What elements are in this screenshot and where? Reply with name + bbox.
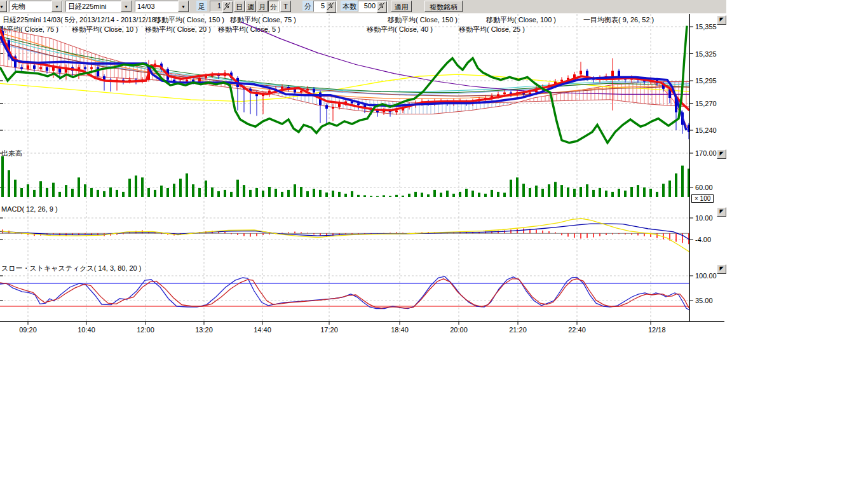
multi-symbol-button[interactable]: 複数銘柄: [424, 1, 463, 12]
volume-multiplier-badge: × 100: [691, 194, 714, 203]
dropdown-arrow-icon[interactable]: ▼: [51, 1, 62, 12]
stoch-panel-grip-icon[interactable]: ◤: [717, 264, 726, 274]
trading-chart-app: ▼ 先物▼ 日経225mini▼ 14/03▼ 足 1 日 週 月 分 T 分 …: [0, 0, 868, 488]
svg-text:12/18: 12/18: [648, 326, 666, 334]
svg-text:20:00: 20:00: [450, 326, 468, 334]
dropdown-arrow-icon[interactable]: ▼: [0, 1, 7, 12]
tick-button[interactable]: T: [280, 1, 291, 12]
svg-text:13:20: 13:20: [195, 326, 213, 334]
minute-interval-spinner[interactable]: 5: [313, 1, 337, 12]
bar-count-label: 本数: [341, 1, 358, 11]
bar-count-spinner[interactable]: 500: [358, 1, 388, 12]
svg-text:18:40: 18:40: [391, 326, 409, 334]
svg-text:15,270: 15,270: [695, 100, 717, 107]
volume-panel-grip-icon[interactable]: ◤: [717, 149, 726, 159]
svg-text:09:20: 09:20: [19, 326, 37, 334]
svg-text:10.00: 10.00: [695, 214, 713, 222]
bar-type-label: 足: [196, 1, 207, 11]
daily-button[interactable]: 日: [234, 1, 245, 12]
svg-text:22:40: 22:40: [568, 326, 586, 334]
svg-text:100.00: 100.00: [695, 272, 717, 280]
bar-interval-spinner[interactable]: 1: [210, 1, 233, 12]
svg-text:60.00: 60.00: [695, 184, 713, 191]
svg-text:21:20: 21:20: [509, 326, 527, 334]
contract-month-combo[interactable]: 14/03▼: [135, 1, 189, 12]
minute-button[interactable]: 分: [268, 1, 279, 12]
svg-text:-4.00: -4.00: [695, 236, 711, 243]
symbol-combo[interactable]: 日経225mini▼: [65, 1, 132, 12]
svg-text:15,240: 15,240: [695, 126, 717, 134]
dropdown-arrow-icon[interactable]: ▼: [178, 1, 189, 12]
spinner-updown-icon[interactable]: [326, 1, 336, 13]
svg-text:10:40: 10:40: [78, 326, 95, 334]
chart-canvas[interactable]: 09:2010:4012:0013:2014:4017:2018:4020:00…: [0, 0, 731, 340]
symbol-type-combo-partial[interactable]: ▼: [0, 1, 8, 12]
macd-panel-grip-icon[interactable]: ◤: [717, 207, 726, 217]
weekly-button[interactable]: 週: [245, 1, 256, 12]
svg-text:170.00: 170.00: [695, 149, 717, 157]
apply-button[interactable]: 適用: [391, 1, 412, 12]
svg-text:12:00: 12:00: [137, 326, 154, 334]
svg-text:17:20: 17:20: [320, 326, 338, 334]
svg-text:15,355: 15,355: [695, 23, 717, 30]
toolbar: ▼ 先物▼ 日経225mini▼ 14/03▼ 足 1 日 週 月 分 T 分 …: [0, 0, 726, 13]
price-panel-grip-icon[interactable]: ◤: [717, 15, 726, 25]
category-combo[interactable]: 先物▼: [9, 1, 63, 12]
svg-text:15,325: 15,325: [695, 50, 717, 58]
spinner-updown-icon[interactable]: [377, 1, 387, 13]
dropdown-arrow-icon[interactable]: ▼: [121, 1, 132, 12]
monthly-button[interactable]: 月: [257, 1, 268, 12]
svg-text:15,295: 15,295: [695, 77, 717, 85]
svg-text:35.00: 35.00: [695, 297, 713, 304]
spinner-updown-icon[interactable]: [222, 1, 233, 13]
minute-label: 分: [302, 1, 313, 11]
svg-text:14:40: 14:40: [254, 326, 271, 334]
